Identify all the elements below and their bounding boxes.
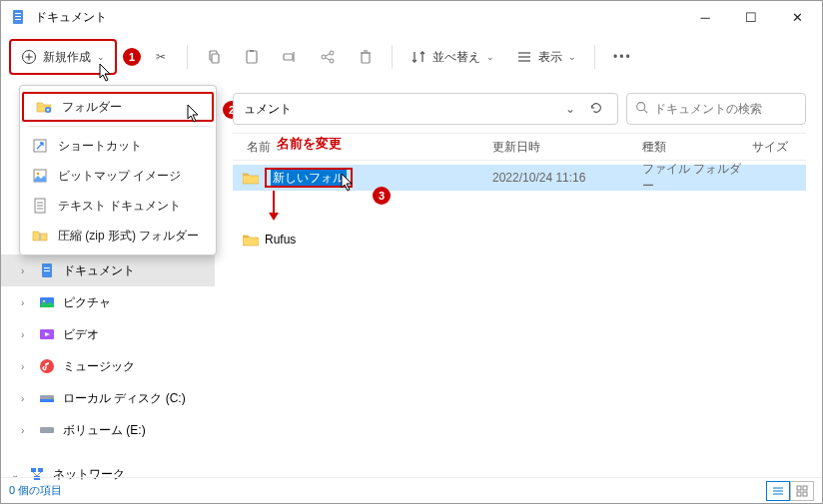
svg-rect-42 — [44, 267, 50, 268]
search-box[interactable] — [626, 93, 806, 125]
videos-icon — [39, 326, 55, 342]
minimize-button[interactable]: ─ — [682, 1, 728, 33]
delete-button[interactable] — [348, 39, 384, 75]
address-bar[interactable]: ュメント ⌄ — [233, 93, 618, 125]
file-list: 名前 更新日時 種類 サイズ 名前を変更 2022/10/24 11:16 ファ… — [233, 133, 806, 477]
cut-button[interactable]: ✂ — [143, 39, 179, 75]
details-view-button[interactable] — [766, 481, 790, 501]
sort-label: 並べ替え — [432, 49, 480, 66]
svg-point-37 — [637, 103, 645, 111]
menu-folder-label: フォルダー — [62, 99, 122, 116]
titlebar: ドキュメント ─ ☐ ✕ — [1, 1, 822, 33]
sidebar-item-label: ローカル ディスク (C:) — [63, 390, 186, 407]
close-button[interactable]: ✕ — [774, 1, 820, 33]
svg-point-53 — [51, 429, 53, 431]
table-row[interactable]: 2022/10/24 11:16 ファイル フォルダー — [233, 165, 806, 191]
svg-rect-43 — [44, 270, 50, 271]
search-input[interactable] — [654, 102, 804, 116]
sidebar-item-localdisk[interactable]: › ローカル ディスク (C:) — [1, 382, 215, 414]
menu-shortcut-label: ショートカット — [58, 138, 142, 155]
more-icon: ••• — [613, 50, 632, 64]
menu-item-bitmap[interactable]: ビットマップ イメージ — [20, 161, 216, 191]
menu-separator — [28, 126, 208, 127]
sort-icon — [411, 49, 426, 65]
more-button[interactable]: ••• — [603, 39, 642, 75]
rename-input[interactable] — [271, 170, 347, 186]
svg-rect-62 — [797, 486, 801, 490]
rename-field[interactable] — [265, 168, 353, 188]
sidebar-item-music[interactable]: › ミュージック — [1, 350, 215, 382]
new-button-label: 新規作成 — [43, 49, 91, 66]
svg-rect-1 — [15, 13, 21, 14]
share-icon — [320, 49, 336, 65]
menu-item-zip[interactable]: 圧縮 (zip 形式) フォルダー — [20, 221, 216, 251]
sidebar-item-label: ドキュメント — [63, 262, 135, 279]
chevron-right-icon: › — [21, 393, 31, 404]
svg-rect-9 — [247, 51, 257, 63]
column-date[interactable]: 更新日時 — [492, 139, 642, 156]
zip-icon — [32, 228, 48, 244]
menu-item-folder[interactable]: フォルダー — [22, 92, 214, 122]
status-item-count: 0 個の項目 — [9, 483, 62, 498]
sidebar-item-pictures[interactable]: › ピクチャ — [1, 286, 215, 318]
chevron-down-icon: ⌄ — [486, 52, 494, 62]
column-size[interactable]: サイズ — [752, 139, 806, 156]
view-button[interactable]: 表示 ⌄ — [506, 39, 586, 75]
copy-button[interactable] — [196, 39, 232, 75]
music-icon — [39, 358, 55, 374]
svg-rect-11 — [284, 54, 293, 60]
svg-rect-63 — [803, 486, 807, 490]
pictures-icon — [39, 294, 55, 310]
view-icon — [516, 49, 532, 65]
window-title: ドキュメント — [35, 9, 107, 26]
type-cell: ファイル フォルダー — [642, 161, 752, 195]
menu-zip-label: 圧縮 (zip 形式) フォルダー — [58, 228, 199, 245]
rename-button[interactable] — [272, 39, 308, 75]
column-type[interactable]: 種類 — [642, 139, 752, 156]
toolbar-separator — [594, 45, 595, 69]
menu-textdoc-label: テキスト ドキュメント — [58, 198, 181, 215]
menu-bitmap-label: ビットマップ イメージ — [58, 168, 181, 185]
textdoc-icon — [32, 198, 48, 214]
svg-rect-55 — [38, 468, 43, 472]
disk-icon — [39, 390, 55, 406]
maximize-button[interactable]: ☐ — [728, 1, 774, 33]
toolbar-separator — [392, 45, 393, 69]
toolbar: 新規作成 ⌄ 1 ✂ 並べ替え ⌄ 表示 ⌄ ••• — [1, 33, 822, 81]
column-name[interactable]: 名前 — [233, 139, 492, 156]
trash-icon — [358, 49, 374, 65]
folder-plus-icon — [36, 99, 52, 115]
chevron-down-icon[interactable]: ⌄ — [559, 102, 581, 116]
table-row[interactable]: Rufus — [233, 227, 806, 252]
menu-item-shortcut[interactable]: ショートカット — [20, 131, 216, 161]
view-label: 表示 — [538, 49, 562, 66]
svg-rect-36 — [39, 234, 41, 241]
disk-icon — [39, 422, 55, 438]
breadcrumb: ュメント — [244, 101, 559, 118]
share-button[interactable] — [310, 39, 346, 75]
sort-button[interactable]: 並べ替え ⌄ — [401, 39, 504, 75]
svg-rect-18 — [362, 53, 370, 63]
sidebar-item-label: ボリューム (E:) — [63, 422, 146, 439]
document-icon — [11, 9, 27, 25]
chevron-right-icon: › — [21, 329, 31, 340]
svg-rect-2 — [15, 16, 21, 17]
svg-rect-50 — [40, 399, 54, 402]
sidebar-item-videos[interactable]: › ビデオ — [1, 318, 215, 350]
copy-icon — [206, 49, 222, 65]
paste-button[interactable] — [234, 39, 270, 75]
svg-line-38 — [644, 110, 647, 113]
svg-rect-64 — [797, 492, 801, 496]
menu-item-textdoc[interactable]: テキスト ドキュメント — [20, 191, 216, 221]
date-cell: 2022/10/24 11:16 — [492, 171, 642, 185]
svg-point-51 — [51, 397, 53, 399]
svg-rect-54 — [31, 468, 36, 472]
sidebar-item-volume[interactable]: › ボリューム (E:) — [1, 414, 215, 446]
sidebar-item-documents[interactable]: › ドキュメント — [1, 254, 215, 286]
annotation-arrow-down — [267, 191, 281, 223]
refresh-button[interactable] — [581, 101, 611, 118]
thumbnails-view-button[interactable] — [790, 481, 814, 501]
svg-point-31 — [37, 173, 40, 176]
folder-icon — [243, 171, 259, 185]
address-bar-row: ュメント ⌄ — [233, 93, 806, 125]
